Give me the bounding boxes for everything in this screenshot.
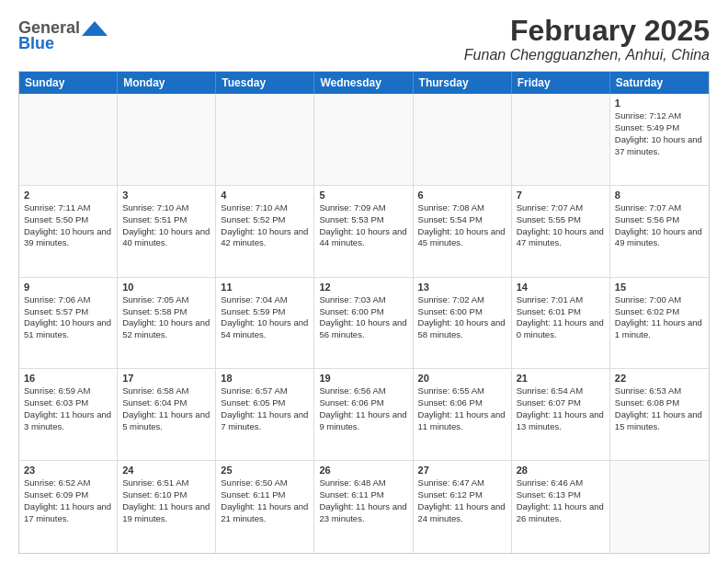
day-number: 14 (517, 282, 605, 293)
day-number: 3 (122, 190, 210, 201)
day-info: Sunrise: 7:02 AM Sunset: 6:00 PM Dayligh… (418, 294, 506, 341)
day-info: Sunrise: 6:58 AM Sunset: 6:04 PM Dayligh… (122, 385, 210, 432)
day-info: Sunrise: 6:50 AM Sunset: 6:11 PM Dayligh… (221, 477, 309, 524)
cal-cell-w0-d3 (314, 94, 413, 185)
day-number: 26 (319, 465, 407, 476)
day-info: Sunrise: 7:01 AM Sunset: 6:01 PM Dayligh… (517, 294, 605, 341)
day-number: 27 (418, 465, 506, 476)
cal-cell-w1-d2: 4Sunrise: 7:10 AM Sunset: 5:52 PM Daylig… (216, 186, 314, 277)
day-number: 24 (122, 465, 210, 476)
logo-icon (82, 19, 108, 38)
cal-cell-w3-d0: 16Sunrise: 6:59 AM Sunset: 6:03 PM Dayli… (19, 369, 118, 460)
cal-cell-w0-d5 (512, 94, 610, 185)
header-friday: Friday (512, 72, 610, 94)
day-number: 12 (319, 282, 407, 293)
week-row-0: 1Sunrise: 7:12 AM Sunset: 5:49 PM Daylig… (19, 94, 709, 186)
header-saturday: Saturday (610, 72, 709, 94)
cal-cell-w4-d5: 28Sunrise: 6:46 AM Sunset: 6:13 PM Dayli… (512, 461, 610, 553)
cal-cell-w2-d5: 14Sunrise: 7:01 AM Sunset: 6:01 PM Dayli… (512, 278, 610, 369)
cal-cell-w0-d2 (216, 94, 314, 185)
logo: General Blue (18, 18, 108, 53)
cal-cell-w3-d5: 21Sunrise: 6:54 AM Sunset: 6:07 PM Dayli… (512, 369, 610, 460)
cal-cell-w1-d4: 6Sunrise: 7:08 AM Sunset: 5:54 PM Daylig… (414, 186, 512, 277)
day-number: 5 (319, 190, 407, 201)
day-number: 2 (24, 190, 112, 201)
week-row-4: 23Sunrise: 6:52 AM Sunset: 6:09 PM Dayli… (19, 461, 709, 553)
day-info: Sunrise: 6:55 AM Sunset: 6:06 PM Dayligh… (418, 385, 506, 432)
header-thursday: Thursday (414, 72, 512, 94)
day-info: Sunrise: 7:12 AM Sunset: 5:49 PM Dayligh… (615, 110, 704, 157)
day-info: Sunrise: 6:53 AM Sunset: 6:08 PM Dayligh… (615, 385, 704, 432)
day-info: Sunrise: 7:09 AM Sunset: 5:53 PM Dayligh… (319, 202, 407, 249)
day-info: Sunrise: 7:06 AM Sunset: 5:57 PM Dayligh… (24, 294, 112, 341)
day-info: Sunrise: 6:54 AM Sunset: 6:07 PM Dayligh… (517, 385, 605, 432)
calendar-body: 1Sunrise: 7:12 AM Sunset: 5:49 PM Daylig… (19, 94, 709, 553)
cal-cell-w1-d3: 5Sunrise: 7:09 AM Sunset: 5:53 PM Daylig… (314, 186, 413, 277)
cal-cell-w4-d1: 24Sunrise: 6:51 AM Sunset: 6:10 PM Dayli… (118, 461, 216, 553)
cal-cell-w3-d4: 20Sunrise: 6:55 AM Sunset: 6:06 PM Dayli… (414, 369, 512, 460)
week-row-3: 16Sunrise: 6:59 AM Sunset: 6:03 PM Dayli… (19, 369, 709, 461)
cal-cell-w1-d5: 7Sunrise: 7:07 AM Sunset: 5:55 PM Daylig… (512, 186, 610, 277)
cal-cell-w0-d0 (19, 94, 118, 185)
header-tuesday: Tuesday (216, 72, 314, 94)
day-number: 1 (615, 98, 704, 109)
calendar: Sunday Monday Tuesday Wednesday Thursday… (18, 71, 710, 554)
location-title: Funan Chengguanzhen, Anhui, China (464, 47, 710, 63)
cal-cell-w2-d0: 9Sunrise: 7:06 AM Sunset: 5:57 PM Daylig… (19, 278, 118, 369)
day-number: 13 (418, 282, 506, 293)
cal-cell-w4-d2: 25Sunrise: 6:50 AM Sunset: 6:11 PM Dayli… (216, 461, 314, 553)
cal-cell-w2-d3: 12Sunrise: 7:03 AM Sunset: 6:00 PM Dayli… (314, 278, 413, 369)
day-info: Sunrise: 6:51 AM Sunset: 6:10 PM Dayligh… (122, 477, 210, 524)
month-title: February 2025 (464, 15, 710, 47)
day-number: 4 (221, 190, 309, 201)
day-number: 28 (517, 465, 605, 476)
day-number: 9 (24, 282, 112, 293)
day-number: 21 (517, 373, 605, 384)
cal-cell-w4-d3: 26Sunrise: 6:48 AM Sunset: 6:11 PM Dayli… (314, 461, 413, 553)
cal-cell-w2-d4: 13Sunrise: 7:02 AM Sunset: 6:00 PM Dayli… (414, 278, 512, 369)
day-info: Sunrise: 7:00 AM Sunset: 6:02 PM Dayligh… (615, 294, 704, 341)
cal-cell-w0-d1 (118, 94, 216, 185)
header: General Blue February 2025 Funan Chenggu… (18, 15, 710, 63)
day-info: Sunrise: 6:48 AM Sunset: 6:11 PM Dayligh… (319, 477, 407, 524)
day-number: 10 (122, 282, 210, 293)
cal-cell-w3-d6: 22Sunrise: 6:53 AM Sunset: 6:08 PM Dayli… (610, 369, 709, 460)
cal-cell-w2-d1: 10Sunrise: 7:05 AM Sunset: 5:58 PM Dayli… (118, 278, 216, 369)
calendar-header: Sunday Monday Tuesday Wednesday Thursday… (19, 72, 709, 94)
svg-marker-0 (82, 21, 108, 36)
day-info: Sunrise: 7:10 AM Sunset: 5:51 PM Dayligh… (122, 202, 210, 249)
header-wednesday: Wednesday (314, 72, 413, 94)
cal-cell-w1-d6: 8Sunrise: 7:07 AM Sunset: 5:56 PM Daylig… (610, 186, 709, 277)
cal-cell-w3-d2: 18Sunrise: 6:57 AM Sunset: 6:05 PM Dayli… (216, 369, 314, 460)
day-info: Sunrise: 7:11 AM Sunset: 5:50 PM Dayligh… (24, 202, 112, 249)
cal-cell-w1-d0: 2Sunrise: 7:11 AM Sunset: 5:50 PM Daylig… (19, 186, 118, 277)
cal-cell-w2-d2: 11Sunrise: 7:04 AM Sunset: 5:59 PM Dayli… (216, 278, 314, 369)
day-number: 23 (24, 465, 112, 476)
cal-cell-w4-d0: 23Sunrise: 6:52 AM Sunset: 6:09 PM Dayli… (19, 461, 118, 553)
day-number: 6 (418, 190, 506, 201)
day-number: 8 (615, 190, 704, 201)
cal-cell-w2-d6: 15Sunrise: 7:00 AM Sunset: 6:02 PM Dayli… (610, 278, 709, 369)
day-info: Sunrise: 7:07 AM Sunset: 5:55 PM Dayligh… (517, 202, 605, 249)
day-number: 15 (615, 282, 704, 293)
day-info: Sunrise: 7:05 AM Sunset: 5:58 PM Dayligh… (122, 294, 210, 341)
day-info: Sunrise: 7:07 AM Sunset: 5:56 PM Dayligh… (615, 202, 704, 249)
cal-cell-w4-d4: 27Sunrise: 6:47 AM Sunset: 6:12 PM Dayli… (414, 461, 512, 553)
day-info: Sunrise: 7:03 AM Sunset: 6:00 PM Dayligh… (319, 294, 407, 341)
day-number: 22 (615, 373, 704, 384)
week-row-2: 9Sunrise: 7:06 AM Sunset: 5:57 PM Daylig… (19, 278, 709, 370)
day-info: Sunrise: 6:56 AM Sunset: 6:06 PM Dayligh… (319, 385, 407, 432)
cal-cell-w0-d4 (414, 94, 512, 185)
day-number: 25 (221, 465, 309, 476)
day-number: 19 (319, 373, 407, 384)
cal-cell-w1-d1: 3Sunrise: 7:10 AM Sunset: 5:51 PM Daylig… (118, 186, 216, 277)
day-number: 11 (221, 282, 309, 293)
day-info: Sunrise: 6:52 AM Sunset: 6:09 PM Dayligh… (24, 477, 112, 524)
day-info: Sunrise: 7:08 AM Sunset: 5:54 PM Dayligh… (418, 202, 506, 249)
logo-blue-text: Blue (18, 34, 54, 53)
day-number: 20 (418, 373, 506, 384)
day-info: Sunrise: 6:59 AM Sunset: 6:03 PM Dayligh… (24, 385, 112, 432)
day-number: 16 (24, 373, 112, 384)
cal-cell-w3-d3: 19Sunrise: 6:56 AM Sunset: 6:06 PM Dayli… (314, 369, 413, 460)
cal-cell-w0-d6: 1Sunrise: 7:12 AM Sunset: 5:49 PM Daylig… (610, 94, 709, 185)
